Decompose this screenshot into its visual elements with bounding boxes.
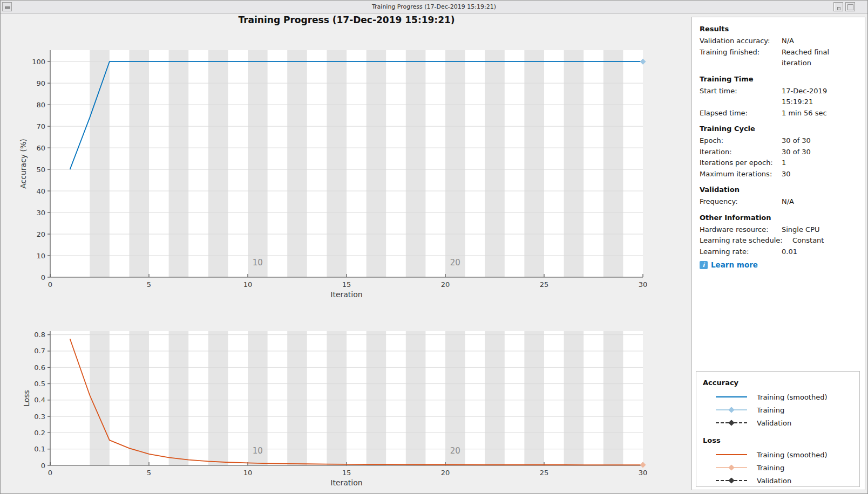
svg-text:100: 100 bbox=[32, 58, 45, 66]
info-row-hardware-resource: Hardware resource: Single CPU bbox=[700, 224, 859, 236]
legend-item-loss-training-smoothed: Training (smoothed) bbox=[703, 448, 859, 461]
learn-more-label: Learn more bbox=[711, 260, 758, 269]
legend-label: Validation bbox=[757, 419, 791, 427]
section-heading-training-cycle: Training Cycle bbox=[700, 125, 859, 133]
training-progress-window: Training Progress (17-Dec-2019 15:19:21)… bbox=[0, 0, 868, 494]
svg-text:0.6: 0.6 bbox=[34, 363, 45, 372]
section-heading-training-time: Training Time bbox=[700, 75, 859, 83]
row-label: Epoch: bbox=[700, 135, 782, 147]
svg-text:40: 40 bbox=[36, 187, 45, 195]
svg-text:10: 10 bbox=[253, 446, 263, 456]
row-label: Maximum iterations: bbox=[700, 169, 782, 180]
row-value: 0.01 bbox=[782, 246, 859, 258]
svg-text:15: 15 bbox=[342, 469, 351, 477]
legend-label: Training (smoothed) bbox=[757, 451, 828, 459]
loss-validation-line-sample bbox=[716, 478, 751, 483]
row-label: Elapsed time: bbox=[700, 108, 782, 119]
section-heading-validation: Validation bbox=[700, 186, 859, 194]
row-value: 30 bbox=[782, 169, 859, 180]
svg-text:20: 20 bbox=[441, 280, 450, 289]
svg-text:15: 15 bbox=[342, 280, 351, 289]
svg-text:0: 0 bbox=[48, 469, 52, 477]
row-value: Reached final iteration bbox=[782, 47, 859, 69]
svg-text:Iteration: Iteration bbox=[330, 478, 362, 487]
row-value: N/A bbox=[782, 36, 859, 47]
legend-label: Training bbox=[757, 406, 784, 414]
accuracy-training-line-sample bbox=[716, 408, 751, 412]
svg-text:20: 20 bbox=[450, 446, 460, 456]
window-title-bar[interactable]: Training Progress (17-Dec-2019 15:19:21) bbox=[1, 1, 867, 14]
learn-more-link[interactable]: i Learn more bbox=[700, 260, 758, 269]
info-row-frequency: Frequency: N/A bbox=[700, 196, 859, 208]
svg-text:0: 0 bbox=[48, 280, 52, 289]
info-row-iteration: Iteration: 30 of 30 bbox=[700, 147, 859, 158]
row-label: Validation accuracy: bbox=[700, 36, 782, 47]
svg-text:5: 5 bbox=[147, 280, 151, 289]
info-row-iterations-per-epoch: Iterations per epoch: 1 bbox=[700, 157, 859, 169]
svg-text:Accuracy (%): Accuracy (%) bbox=[19, 139, 28, 189]
page-title: Training Progress (17-Dec-2019 15:19:21) bbox=[50, 15, 643, 25]
row-value: N/A bbox=[782, 196, 859, 208]
legend-item-loss-training: Training bbox=[703, 461, 859, 474]
row-value: 30 of 30 bbox=[782, 147, 859, 158]
svg-text:90: 90 bbox=[36, 79, 45, 87]
chart-legend: Accuracy Training (smoothed) Training Va… bbox=[696, 371, 860, 487]
svg-text:0.7: 0.7 bbox=[34, 347, 45, 355]
minimize-button[interactable] bbox=[833, 2, 843, 11]
svg-text:60: 60 bbox=[36, 144, 45, 152]
info-row-learning-rate-schedule: Learning rate schedule: Constant bbox=[700, 235, 859, 246]
svg-text:Loss: Loss bbox=[22, 390, 31, 407]
svg-text:0: 0 bbox=[41, 462, 45, 470]
svg-text:30: 30 bbox=[639, 280, 648, 289]
accuracy-smoothed-line-sample bbox=[716, 396, 751, 397]
loss-smoothed-line-sample bbox=[716, 454, 751, 455]
legend-item-accuracy-training: Training bbox=[703, 403, 859, 416]
row-label: Training finished: bbox=[700, 47, 782, 69]
accuracy-validation-line-sample bbox=[716, 421, 751, 425]
row-label: Frequency: bbox=[700, 196, 782, 208]
svg-text:50: 50 bbox=[36, 166, 45, 174]
info-panel-content: Results Validation accuracy: N/A Trainin… bbox=[692, 17, 865, 257]
row-label: Start time: bbox=[700, 86, 782, 108]
svg-text:Iteration: Iteration bbox=[330, 290, 362, 299]
legend-label: Training (smoothed) bbox=[757, 393, 828, 401]
svg-text:0: 0 bbox=[41, 273, 45, 282]
legend-label: Validation bbox=[757, 477, 791, 485]
row-value: Constant bbox=[792, 235, 859, 246]
svg-text:30: 30 bbox=[36, 209, 45, 217]
svg-text:10: 10 bbox=[243, 469, 253, 477]
row-value: 1 bbox=[782, 157, 859, 169]
legend-item-accuracy-validation: Validation bbox=[703, 416, 859, 429]
svg-text:10: 10 bbox=[243, 280, 253, 289]
svg-text:0.8: 0.8 bbox=[34, 331, 45, 339]
row-value: 1 min 56 sec bbox=[782, 108, 859, 119]
info-row-validation-accuracy: Validation accuracy: N/A bbox=[700, 36, 859, 47]
info-row-start-time: Start time: 17-Dec-2019 15:19:21 bbox=[700, 86, 859, 108]
info-icon: i bbox=[700, 261, 708, 269]
minimize-icon bbox=[837, 7, 840, 10]
row-label: Learning rate: bbox=[700, 246, 782, 258]
row-label: Learning rate schedule: bbox=[700, 235, 792, 246]
svg-text:20: 20 bbox=[441, 469, 450, 477]
info-row-learning-rate: Learning rate: 0.01 bbox=[700, 246, 859, 258]
svg-text:10: 10 bbox=[36, 252, 45, 260]
svg-text:30: 30 bbox=[639, 469, 648, 477]
svg-text:25: 25 bbox=[540, 280, 549, 289]
row-value: 17-Dec-2019 15:19:21 bbox=[782, 86, 859, 108]
svg-text:10: 10 bbox=[253, 258, 263, 267]
svg-text:0.1: 0.1 bbox=[34, 445, 45, 453]
row-label: Hardware resource: bbox=[700, 224, 782, 236]
svg-text:0.4: 0.4 bbox=[34, 396, 45, 404]
info-row-training-finished: Training finished: Reached final iterati… bbox=[700, 47, 859, 69]
window-title: Training Progress (17-Dec-2019 15:19:21) bbox=[1, 3, 867, 10]
svg-text:5: 5 bbox=[147, 469, 151, 477]
legend-item-loss-validation: Validation bbox=[703, 474, 859, 487]
maximize-icon bbox=[847, 4, 853, 10]
section-heading-results: Results bbox=[700, 25, 859, 33]
svg-text:0.2: 0.2 bbox=[34, 429, 45, 437]
svg-text:20: 20 bbox=[36, 230, 45, 238]
loss-training-line-sample bbox=[716, 465, 751, 470]
legend-label: Training bbox=[757, 464, 784, 472]
svg-text:0.5: 0.5 bbox=[34, 380, 45, 388]
maximize-button[interactable] bbox=[845, 2, 855, 11]
